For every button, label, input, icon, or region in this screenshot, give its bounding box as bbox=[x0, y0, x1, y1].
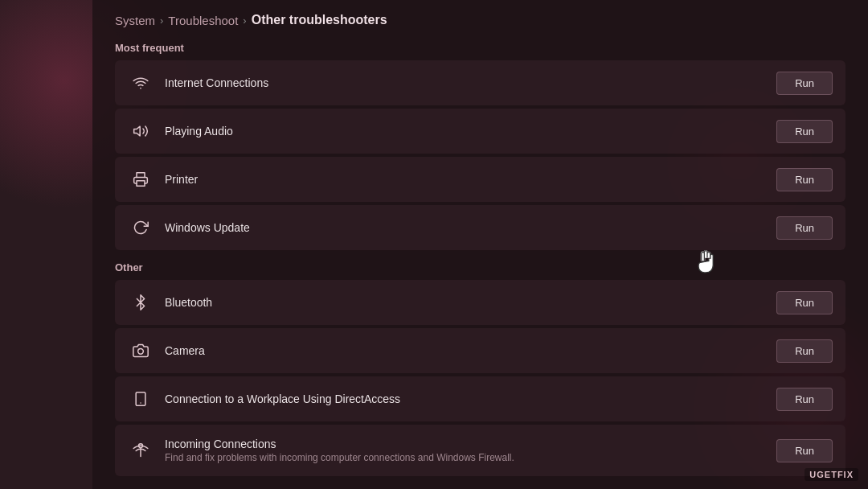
incoming-connections-name: Incoming Connections bbox=[165, 438, 776, 450]
row-printer: Printer Run bbox=[115, 157, 845, 202]
printer-icon bbox=[128, 171, 154, 187]
svg-point-0 bbox=[140, 88, 141, 89]
incoming-icon bbox=[128, 442, 154, 458]
breadcrumb-current: Other troubleshooters bbox=[252, 13, 387, 27]
breadcrumb-sep1: › bbox=[160, 14, 163, 27]
main-panel: System › Troubleshoot › Other troublesho… bbox=[92, 0, 868, 489]
row-connection-workplace: Connection to a Workplace Using DirectAc… bbox=[115, 376, 845, 421]
breadcrumb-sep2: › bbox=[243, 14, 246, 27]
row-windows-update: Windows Update Run bbox=[115, 205, 845, 250]
bluetooth-icon bbox=[128, 294, 154, 310]
windows-update-text: Windows Update bbox=[154, 221, 776, 234]
connection-workplace-name: Connection to a Workplace Using DirectAc… bbox=[165, 392, 776, 405]
internet-connections-text: Internet Connections bbox=[154, 76, 776, 89]
row-bluetooth: Bluetooth Run bbox=[115, 280, 845, 325]
bluetooth-name: Bluetooth bbox=[165, 296, 776, 309]
camera-text: Camera bbox=[154, 344, 776, 357]
section-heading-most-frequent: Most frequent bbox=[115, 42, 845, 54]
run-internet-connections-button[interactable]: Run bbox=[776, 72, 833, 95]
breadcrumb: System › Troubleshoot › Other troublesho… bbox=[115, 13, 845, 27]
row-playing-audio: Playing Audio Run bbox=[115, 109, 845, 154]
printer-text: Printer bbox=[154, 173, 776, 186]
playing-audio-text: Playing Audio bbox=[154, 125, 776, 138]
camera-icon bbox=[128, 343, 154, 359]
watermark: UGETFIX bbox=[805, 468, 858, 481]
incoming-connections-text: Incoming Connections Find and fix proble… bbox=[154, 438, 776, 463]
bluetooth-text: Bluetooth bbox=[154, 296, 776, 309]
connection-workplace-text: Connection to a Workplace Using DirectAc… bbox=[154, 392, 776, 405]
run-printer-button[interactable]: Run bbox=[776, 168, 833, 191]
update-icon bbox=[128, 220, 154, 236]
run-connection-workplace-button[interactable]: Run bbox=[776, 388, 833, 411]
wifi-icon bbox=[128, 75, 154, 91]
windows-update-name: Windows Update bbox=[165, 221, 776, 234]
internet-connections-name: Internet Connections bbox=[165, 76, 776, 89]
run-incoming-connections-button[interactable]: Run bbox=[776, 439, 833, 462]
run-bluetooth-button[interactable]: Run bbox=[776, 291, 833, 314]
audio-icon bbox=[128, 123, 154, 139]
breadcrumb-system[interactable]: System bbox=[115, 14, 155, 27]
incoming-connections-desc: Find and fix problems with incoming comp… bbox=[165, 452, 776, 463]
row-camera: Camera Run bbox=[115, 328, 845, 373]
svg-rect-2 bbox=[137, 181, 145, 187]
breadcrumb-troubleshoot[interactable]: Troubleshoot bbox=[168, 14, 238, 27]
row-incoming-connections: Incoming Connections Find and fix proble… bbox=[115, 425, 845, 476]
section-heading-other: Other bbox=[115, 261, 845, 273]
camera-name: Camera bbox=[165, 344, 776, 357]
printer-name: Printer bbox=[165, 173, 776, 186]
workplace-icon bbox=[128, 391, 154, 407]
playing-audio-name: Playing Audio bbox=[165, 125, 776, 138]
row-internet-connections: Internet Connections Run bbox=[115, 60, 845, 105]
run-windows-update-button[interactable]: Run bbox=[776, 216, 833, 240]
run-playing-audio-button[interactable]: Run bbox=[776, 120, 833, 143]
svg-point-3 bbox=[138, 349, 144, 355]
run-camera-button[interactable]: Run bbox=[776, 339, 833, 363]
svg-rect-4 bbox=[136, 392, 145, 406]
svg-marker-1 bbox=[134, 126, 141, 136]
